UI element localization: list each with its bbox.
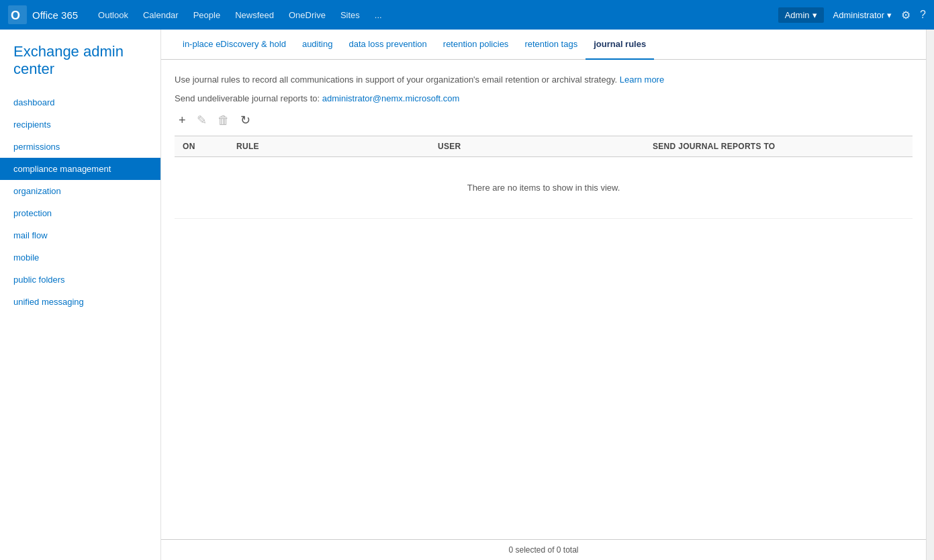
- admin-label: Admin: [785, 10, 810, 20]
- sidebar-item-mobile[interactable]: mobile: [0, 246, 160, 269]
- send-undeliverable-text: Send undeliverable journal reports to: a…: [175, 93, 913, 103]
- tab-retention-tags[interactable]: retention tags: [516, 30, 586, 60]
- tab-journal-rules[interactable]: journal rules: [586, 30, 654, 60]
- user-chevron-icon: ▾: [887, 10, 892, 20]
- page-layout: Exchange admin center dashboard recipien…: [0, 30, 934, 560]
- nav-people[interactable]: People: [193, 10, 220, 20]
- nav-calendar[interactable]: Calendar: [143, 10, 179, 20]
- sidebar-item-protection[interactable]: protection: [0, 202, 160, 224]
- selection-status: 0 selected of 0 total: [508, 545, 578, 555]
- office365-icon: O: [8, 5, 27, 24]
- right-scrollbar[interactable]: [926, 30, 934, 560]
- main-content: in-place eDiscovery & hold auditing data…: [161, 30, 926, 560]
- edit-button[interactable]: ✎: [193, 111, 211, 129]
- app-name: Office 365: [32, 9, 78, 21]
- help-icon[interactable]: ?: [920, 9, 926, 21]
- admin-chevron-icon: ▾: [812, 10, 817, 20]
- delete-icon: 🗑: [218, 113, 230, 127]
- sidebar-item-unified-messaging[interactable]: unified messaging: [0, 291, 160, 313]
- table-body: There are no items to show in this view.: [175, 156, 913, 218]
- learn-more-link[interactable]: Learn more: [620, 75, 664, 85]
- sidebar-item-mail-flow[interactable]: mail flow: [0, 224, 160, 246]
- sidebar-item-recipients[interactable]: recipients: [0, 113, 160, 136]
- nav-more[interactable]: ...: [375, 10, 382, 20]
- add-button[interactable]: +: [175, 111, 190, 129]
- user-button[interactable]: Administrator ▾: [833, 10, 892, 20]
- admin-button[interactable]: Admin ▾: [778, 7, 824, 23]
- col-header-on: ON: [175, 136, 228, 156]
- tab-auditing[interactable]: auditing: [294, 30, 341, 60]
- tab-retention-policies[interactable]: retention policies: [435, 30, 517, 60]
- add-icon: +: [179, 113, 186, 127]
- sidebar-item-public-folders[interactable]: public folders: [0, 269, 160, 291]
- nav-sites[interactable]: Sites: [340, 10, 360, 20]
- journal-rules-table: ON RULE USER SEND JOURNAL REPORTS TO The…: [175, 136, 913, 219]
- delete-button[interactable]: 🗑: [214, 111, 234, 129]
- sidebar-item-dashboard[interactable]: dashboard: [0, 91, 160, 113]
- col-header-user: USER: [430, 136, 645, 156]
- empty-state-message: There are no items to show in this view.: [175, 156, 913, 218]
- edit-icon: ✎: [197, 113, 207, 127]
- undeliverable-email-link[interactable]: administrator@nemx.microsoft.com: [322, 93, 460, 103]
- footer-status: 0 selected of 0 total: [161, 539, 926, 560]
- user-label: Administrator: [833, 10, 885, 20]
- tabs-bar: in-place eDiscovery & hold auditing data…: [161, 30, 926, 60]
- app-logo[interactable]: O Office 365: [8, 5, 78, 24]
- table-header-row: ON RULE USER SEND JOURNAL REPORTS TO: [175, 136, 913, 156]
- refresh-button[interactable]: ↻: [236, 111, 254, 129]
- nav-outlook[interactable]: Outlook: [98, 10, 128, 20]
- col-header-send: SEND JOURNAL REPORTS TO: [645, 136, 913, 156]
- sidebar: Exchange admin center dashboard recipien…: [0, 30, 161, 560]
- tab-inplace[interactable]: in-place eDiscovery & hold: [175, 30, 294, 60]
- col-header-rule: RULE: [228, 136, 430, 156]
- refresh-icon: ↻: [240, 113, 250, 127]
- toolbar: + ✎ 🗑 ↻: [175, 111, 913, 129]
- settings-icon[interactable]: ⚙: [901, 9, 910, 21]
- nav-newsfeed[interactable]: Newsfeed: [235, 10, 274, 20]
- info-text: Use journal rules to record all communic…: [175, 73, 913, 87]
- nav-onedrive[interactable]: OneDrive: [289, 10, 326, 20]
- page-title: Exchange admin center: [0, 36, 160, 91]
- sidebar-nav: dashboard recipients permissions complia…: [0, 91, 160, 313]
- nav-links: Outlook Calendar People Newsfeed OneDriv…: [98, 10, 778, 20]
- sidebar-item-permissions[interactable]: permissions: [0, 136, 160, 158]
- table-header: ON RULE USER SEND JOURNAL REPORTS TO: [175, 136, 913, 156]
- tab-data-loss[interactable]: data loss prevention: [340, 30, 434, 60]
- svg-text:O: O: [11, 9, 20, 22]
- nav-right: Admin ▾ Administrator ▾ ⚙ ?: [778, 7, 926, 23]
- sidebar-item-organization[interactable]: organization: [0, 180, 160, 202]
- content-area: Use journal rules to record all communic…: [161, 60, 926, 539]
- empty-state-row: There are no items to show in this view.: [175, 156, 913, 218]
- sidebar-item-compliance-management[interactable]: compliance management: [0, 158, 160, 180]
- top-navigation: O Office 365 Outlook Calendar People New…: [0, 0, 934, 30]
